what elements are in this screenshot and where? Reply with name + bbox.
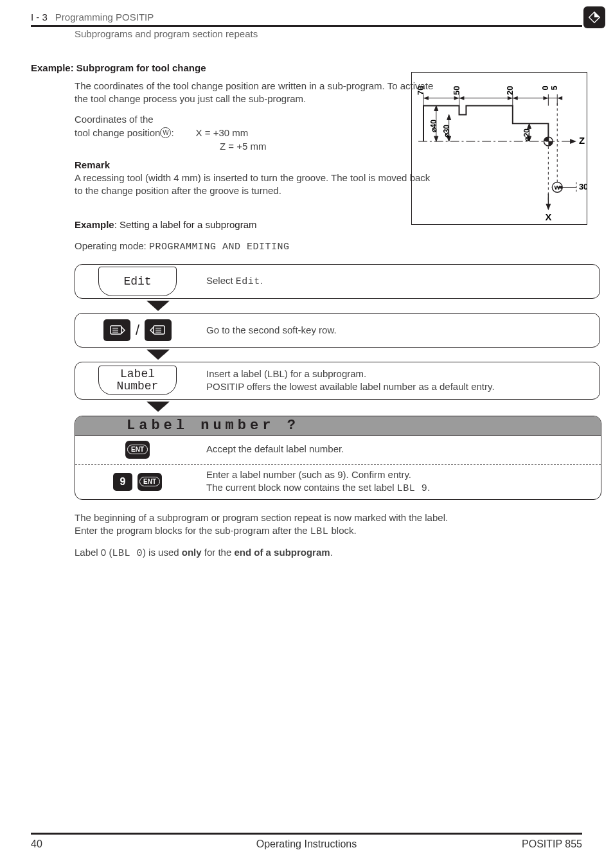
svg-marker-31 <box>570 139 576 144</box>
label-desc-l1: Insert a label (LBL) for a subprogram. <box>206 368 587 380</box>
step-row-label: Label Number Insert a label (LBL) for a … <box>75 362 600 400</box>
coords-z: Z = +5 mm <box>220 141 267 152</box>
step-row-edit: Edit Select Edit. <box>75 264 600 299</box>
after1-a: The beginning of a subprogram or program… <box>75 512 448 536</box>
svg-text:70: 70 <box>416 86 425 95</box>
numeric-key-9[interactable]: 9 <box>113 473 132 491</box>
row2-l2-pre: The current block now contains the set l… <box>206 482 397 493</box>
coords-line2-post: : <box>171 126 173 139</box>
header-title: Programming POSITIP <box>55 12 154 22</box>
label-desc-l2: POSITIP offers the lowest available labe… <box>206 380 587 393</box>
footer-page-number: 40 <box>31 838 42 850</box>
ent-key[interactable]: ENT <box>138 473 162 491</box>
example2-bold: Example <box>75 219 114 230</box>
svg-text:X: X <box>545 212 551 222</box>
step-row-page: / Go to the second soft-key row. <box>75 313 600 348</box>
edit-desc-post: . <box>260 275 263 286</box>
prompt-row2-desc: Enter a label number (such as 9). Confir… <box>200 465 601 500</box>
svg-marker-25 <box>459 96 465 100</box>
softkey-label-l1: Label <box>120 368 155 380</box>
step-label-desc: Insert a label (LBL) for a subprogram. P… <box>200 362 600 399</box>
softkey-label-l2: Number <box>117 380 159 393</box>
svg-text:Z: Z <box>579 136 585 146</box>
step-page-desc: Go to the second soft-key row. <box>200 319 600 342</box>
svg-text:⌀20: ⌀20 <box>522 128 531 142</box>
svg-marker-55 <box>546 204 551 210</box>
svg-marker-29 <box>557 96 562 100</box>
svg-marker-26 <box>508 96 513 100</box>
row2-l2-mono: LBL 9 <box>397 483 428 494</box>
footer-right: POSITIP 855 <box>522 838 582 850</box>
row2-l1: Enter a label number (such as 9). Confir… <box>206 468 588 481</box>
svg-marker-10 <box>147 350 170 360</box>
prompt-header: Label number ? <box>75 416 601 435</box>
page-flip-icon <box>583 6 605 28</box>
svg-text:⌀40: ⌀40 <box>429 120 438 133</box>
svg-marker-37 <box>447 114 451 120</box>
softkey-label-number[interactable]: Label Number <box>98 366 177 395</box>
footer-rule <box>31 833 582 835</box>
row2-l2-post: . <box>427 482 430 493</box>
svg-text:30: 30 <box>579 182 587 191</box>
coords-line2-pre: tool change position <box>75 126 160 139</box>
footer-center: Operating Instructions <box>256 838 357 850</box>
softkey-edit[interactable]: Edit <box>98 267 177 296</box>
svg-marker-27 <box>513 96 518 100</box>
after2-bold2: end of a subprogram <box>234 547 330 558</box>
intro-paragraph: The coordinates of the tool change posit… <box>75 80 434 106</box>
ent-key[interactable]: ENT <box>125 441 150 459</box>
example2-rest: : Setting a label for a subprogram <box>114 219 257 230</box>
page-right-key[interactable] <box>145 319 172 341</box>
opmode-value: PROGRAMMING AND EDITING <box>149 242 290 252</box>
edit-desc-pre: Select <box>206 275 236 286</box>
svg-marker-24 <box>454 96 459 100</box>
svg-marker-28 <box>543 96 548 100</box>
svg-marker-11 <box>147 402 170 412</box>
after-paragraph-2: Label 0 (LBL 0) is used only for the end… <box>75 547 582 559</box>
edit-desc-mono: Edit <box>236 276 260 287</box>
prompt-row-accept: ENT Accept the default label number. <box>75 435 601 464</box>
after2-a: Label 0 ( <box>75 547 112 558</box>
svg-text:0: 0 <box>540 85 550 90</box>
prompt-panel: Label number ? ENT Accept the default la… <box>75 416 601 500</box>
page-slash: / <box>136 322 139 339</box>
coords-x: X = +30 mm <box>196 126 249 139</box>
header-section: I - 3 <box>31 12 48 22</box>
prompt-row1-desc: Accept the default label number. <box>200 439 601 459</box>
operating-mode-line: Operating mode: PROGRAMMING AND EDITING <box>75 240 582 252</box>
svg-text:20: 20 <box>505 86 515 95</box>
after2-c: for the <box>202 547 235 558</box>
svg-marker-1 <box>147 301 170 311</box>
opmode-pre: Operating mode: <box>75 240 149 251</box>
svg-text:50: 50 <box>452 86 461 95</box>
svg-marker-34 <box>434 106 438 111</box>
svg-marker-40 <box>528 123 531 128</box>
step-edit-desc: Select Edit. <box>200 269 600 294</box>
after2-d: . <box>330 547 333 558</box>
header-subtitle: Subprograms and program section repeats <box>75 28 582 39</box>
svg-text:5: 5 <box>549 85 559 90</box>
after-paragraph-1: The beginning of a subprogram or program… <box>75 511 473 539</box>
after2-bold1: only <box>182 547 202 558</box>
header-rule <box>31 25 582 27</box>
technical-diagram: 70 50 20 0 5 <box>411 72 587 225</box>
after2-b: ) is used <box>143 547 182 558</box>
after1-b: block. <box>328 525 356 536</box>
flow-arrow-icon <box>147 301 170 311</box>
after2-mono: LBL 0 <box>112 548 143 559</box>
page-left-key[interactable] <box>103 319 130 341</box>
flow-arrow-icon <box>147 350 170 360</box>
svg-marker-23 <box>423 96 429 100</box>
remark-paragraph: A recessing tool (width 4 mm) is inserte… <box>75 172 434 198</box>
svg-marker-35 <box>434 136 438 141</box>
svg-text:⌀30: ⌀30 <box>442 125 451 138</box>
w-circle-icon: W <box>160 127 171 138</box>
after1-mono: LBL <box>310 526 329 537</box>
flow-arrow-icon <box>147 402 170 412</box>
prompt-row-alt: 9 ENT Enter a label number (such as 9). … <box>75 464 601 500</box>
